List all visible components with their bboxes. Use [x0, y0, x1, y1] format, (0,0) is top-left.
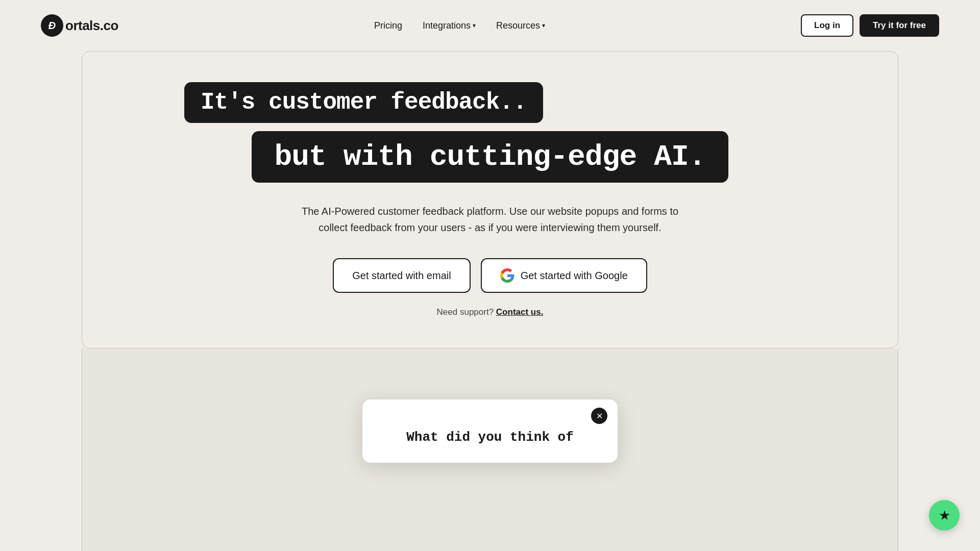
hero-subtitle: The AI-Powered customer feedback platfor… [296, 203, 684, 236]
headline-line2: but with cutting-edge AI. [252, 131, 728, 183]
popup-card: ✕ What did you think of [362, 399, 618, 463]
popup-question: What did you think of [379, 429, 601, 446]
nav-actions: Log in Try it for free [801, 14, 939, 37]
nav-resources[interactable]: Resources ▾ [496, 20, 545, 31]
headline-line1: It's customer feedback.. [184, 82, 543, 123]
get-started-email-button[interactable]: Get started with email [333, 258, 470, 293]
star-floating-button[interactable]: ★ [929, 500, 960, 531]
star-icon: ★ [939, 508, 950, 523]
support-text: Need support? Contact us. [437, 307, 544, 317]
popup-header: ✕ [362, 399, 618, 424]
nav-links: Pricing Integrations ▾ Resources ▾ [374, 20, 545, 31]
nav-pricing[interactable]: Pricing [374, 20, 402, 31]
logo-text: ortals.co [65, 18, 118, 34]
integrations-chevron-icon: ▾ [473, 22, 476, 29]
logo[interactable]: Đ ortals.co [41, 14, 118, 37]
try-free-button[interactable]: Try it for free [860, 14, 939, 37]
resources-chevron-icon: ▾ [542, 22, 545, 29]
popup-body: What did you think of [362, 424, 618, 463]
contact-link[interactable]: Contact us. [496, 307, 544, 317]
hero-section: It's customer feedback.. but with cuttin… [82, 51, 898, 348]
cta-buttons: Get started with email Get started with … [333, 258, 647, 293]
popup-close-button[interactable]: ✕ [591, 408, 607, 424]
get-started-google-button[interactable]: Get started with Google [481, 258, 647, 293]
nav-integrations[interactable]: Integrations ▾ [423, 20, 476, 31]
login-button[interactable]: Log in [801, 14, 853, 37]
navbar: Đ ortals.co Pricing Integrations ▾ Resou… [0, 0, 980, 51]
second-section: ✕ What did you think of [82, 348, 898, 551]
google-icon [500, 268, 514, 283]
logo-icon: Đ [41, 14, 63, 37]
